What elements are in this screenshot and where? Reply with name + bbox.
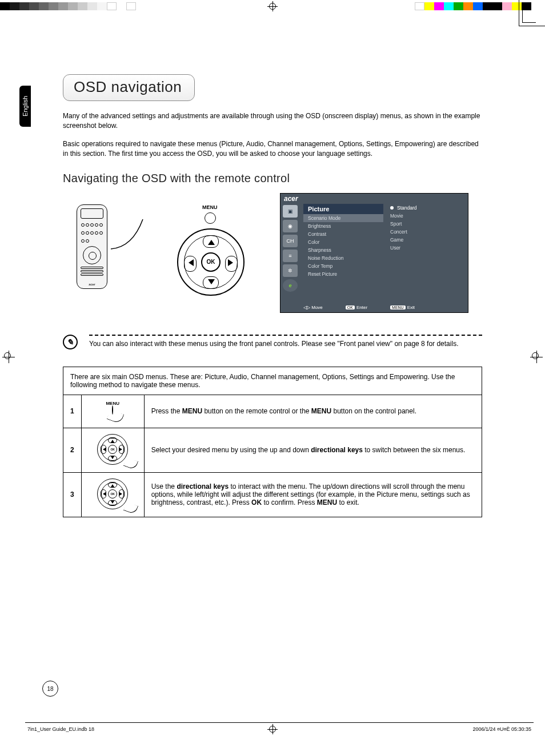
menu-button-icon: [205, 212, 216, 224]
osd-menu-item: Scenario Mode: [303, 214, 383, 222]
page-title: OSD navigation: [63, 74, 195, 101]
empowering-category-icon: e: [283, 279, 298, 292]
osd-options-list: Standard Movie Sport Concert Game User: [387, 204, 461, 252]
remote-figure: acer MENU OK: [63, 193, 240, 301]
picture-category-icon: ▣: [283, 205, 298, 218]
options-category-icon: ≡: [283, 250, 298, 262]
ok-button-icon: OK: [201, 252, 221, 272]
osd-option: Sport: [387, 220, 461, 228]
osd-menu-item: Reset Picture: [303, 270, 383, 278]
note-icon: ✎: [63, 335, 78, 349]
step-image-cell: OK: [81, 428, 144, 472]
osd-menu-title: Picture: [303, 204, 383, 214]
osd-option: Game: [387, 236, 461, 244]
osd-brand: acer: [284, 195, 298, 203]
footer-timestamp: 2006/1/24 ¤U¤È 05:30:35: [472, 726, 531, 732]
osd-menu-list: Picture Scenario Mode Brightness Contras…: [303, 204, 383, 278]
osd-menu-item: Brightness: [303, 222, 383, 230]
step-number: 1: [63, 395, 82, 428]
osd-screenshot: acer ▣ ◉ CH ≡ ✲ e Picture Scenario Mode …: [280, 193, 468, 313]
audio-category-icon: ◉: [283, 220, 298, 232]
remote-icon: acer: [77, 204, 107, 289]
osd-menu-item: Noise Reduction: [303, 254, 383, 262]
page-body: OSD navigation Many of the advanced sett…: [63, 74, 482, 517]
osd-menu-item: Color Temp: [303, 262, 383, 270]
table-row: 2 OK Select your desired menu by using t…: [63, 428, 482, 472]
dpad-icon: OK: [177, 228, 245, 296]
intro-paragraph: Many of the advanced settings and adjust…: [63, 111, 482, 131]
color-swatches: [415, 2, 531, 10]
dpad-icon: OK: [97, 478, 128, 509]
page-title-text: OSD navigation: [74, 78, 182, 95]
footer-rule: [25, 722, 534, 723]
menu-button-label: MENU: [202, 204, 218, 210]
osd-option: Concert: [387, 228, 461, 236]
osd-option: User: [387, 244, 461, 252]
remote-brand: acer: [77, 283, 107, 286]
channel-category-icon: CH: [283, 235, 298, 247]
osd-menu-item: Sharpness: [303, 246, 383, 254]
callout-line-icon: [110, 216, 144, 250]
grayscale-swatches: [0, 2, 146, 10]
step-number: 2: [63, 428, 82, 472]
step-number: 3: [63, 472, 82, 517]
page-number: 18: [42, 681, 58, 697]
steps-table: There are six main OSD menus. These are:…: [63, 367, 482, 517]
table-row: 3 OK Use the directional keys to interac…: [63, 472, 482, 517]
figure-row: acer MENU OK acer ▣ ◉ CH ≡ ✲ e: [63, 193, 482, 313]
crop-mark-icon: [522, 9, 536, 23]
osd-hint-exit: MENUExit: [390, 305, 415, 310]
table-row: There are six main OSD menus. These are:…: [63, 367, 482, 395]
osd-hint-enter: OKEnter: [346, 305, 367, 310]
note-divider: [89, 335, 482, 336]
steps-intro-cell: There are six main OSD menus. These are:…: [63, 367, 482, 395]
step-text-cell: Press the MENU button on the remote cont…: [144, 395, 482, 428]
osd-hints: ◁▷ Move OKEnter MENUExit: [303, 305, 463, 310]
registration-strip: [0, 0, 545, 13]
intro-paragraph: Basic operations required to navigate th…: [63, 139, 482, 159]
osd-hint-move: ◁▷ Move: [303, 305, 323, 310]
step-image-cell: OK: [81, 472, 144, 517]
osd-menu-item: Contrast: [303, 230, 383, 238]
osd-option: Standard: [387, 204, 461, 212]
footer-filename: 7in1_User Guide_EU.indb 18: [27, 726, 94, 732]
note-block: ✎ You can also interact with these menus…: [63, 335, 482, 349]
note-text: You can also interact with these menus u…: [89, 339, 482, 349]
step-text-cell: Select your desired menu by using the up…: [144, 428, 482, 472]
dpad-icon: OK: [97, 434, 128, 465]
language-tab: English: [19, 86, 31, 127]
osd-option: Movie: [387, 212, 461, 220]
step-image-cell: MENU: [81, 395, 144, 428]
registration-crosshair-icon: [530, 351, 543, 363]
registration-crosshair-icon: [267, 724, 278, 734]
registration-crosshair-icon: [2, 351, 15, 363]
section-heading: Navigating the OSD with the remote contr…: [63, 172, 482, 185]
registration-crosshair-icon: [267, 1, 278, 11]
menu-button-icon: MENU: [102, 401, 123, 422]
table-row: 1 MENU Press the MENU button on the remo…: [63, 395, 482, 428]
settings-category-icon: ✲: [283, 264, 298, 277]
step-text-cell: Use the directional keys to interact wit…: [144, 472, 482, 517]
osd-category-icons: ▣ ◉ CH ≡ ✲ e: [283, 205, 300, 292]
intro-block: Many of the advanced settings and adjust…: [63, 111, 482, 159]
osd-menu-item: Color: [303, 238, 383, 246]
